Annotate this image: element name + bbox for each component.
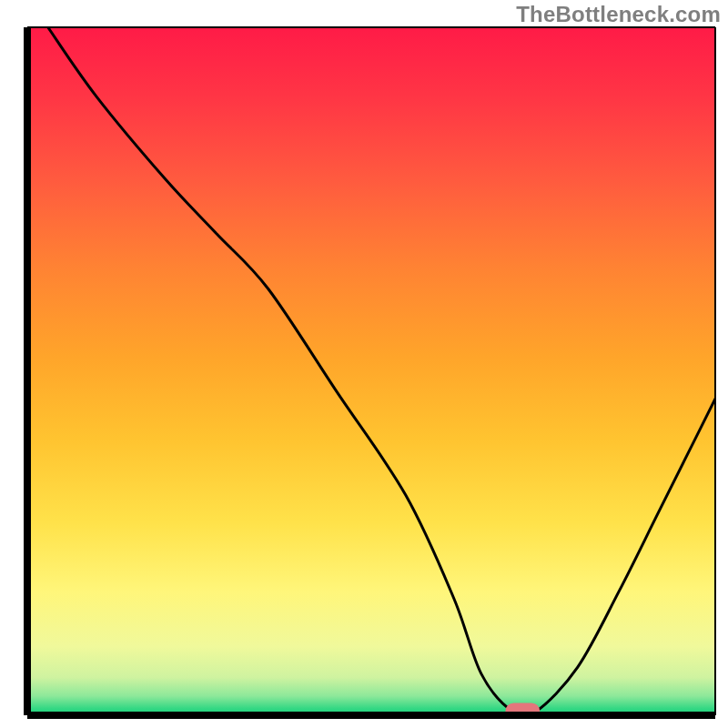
bottleneck-chart [0,0,728,728]
watermark-text: TheBottleneck.com [516,2,721,27]
gradient-background [27,27,715,715]
